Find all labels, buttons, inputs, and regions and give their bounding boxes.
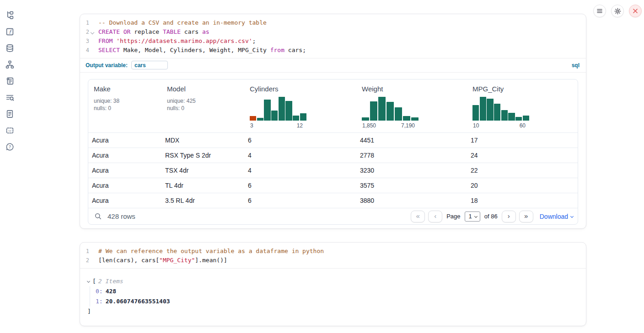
tree-entry: 0:428 xyxy=(96,286,578,296)
snippets-icon[interactable]: ‹› xyxy=(5,125,15,135)
python-cell: 1# We can reference the output variable … xyxy=(80,242,586,326)
table-cell: RSX Type S 2dr xyxy=(161,152,244,159)
close-icon[interactable] xyxy=(629,5,642,17)
gear-icon[interactable] xyxy=(611,5,624,17)
documentation-icon[interactable] xyxy=(5,109,15,119)
table-cell: 3.5 RL 4dr xyxy=(161,197,244,204)
hist-bar xyxy=(480,97,486,121)
svg-text:f: f xyxy=(9,28,12,35)
column-header[interactable]: Makeunique: 38nulls: 0 xyxy=(88,85,161,129)
dependency-graph-icon[interactable] xyxy=(5,59,15,69)
total-pages-label: of 86 xyxy=(484,213,498,220)
hist-bar xyxy=(501,110,508,121)
last-page-button[interactable]: » xyxy=(519,211,533,222)
hist-axis-labels: 1060 xyxy=(472,121,529,129)
column-histogram[interactable] xyxy=(472,97,529,121)
table-cell: Acura xyxy=(88,167,161,174)
first-page-button[interactable]: « xyxy=(411,211,425,222)
output-variable-input[interactable] xyxy=(131,61,168,69)
line-number: 1 xyxy=(80,247,89,256)
fold-gutter xyxy=(89,18,95,27)
code-line: 3FROM 'https://datasets.marimo.app/cars.… xyxy=(80,37,586,46)
code-text: CREATE OR replace TABLE cars as xyxy=(98,27,209,37)
prev-page-button[interactable]: ‹ xyxy=(428,211,442,222)
download-label: Download xyxy=(540,213,568,220)
table-cell: MDX xyxy=(161,137,244,144)
table-cell: 3880 xyxy=(356,197,467,204)
file-explorer-icon[interactable] xyxy=(5,10,15,20)
table-cell: 4 xyxy=(244,152,356,159)
table-row[interactable]: AcuraMDX6445117 xyxy=(88,132,578,148)
search-icon[interactable] xyxy=(94,212,102,220)
items-count-label: 2 Items xyxy=(98,276,123,286)
fold-gutter xyxy=(89,256,95,265)
hist-bar xyxy=(494,104,500,121)
hist-bar xyxy=(300,113,306,121)
table-row[interactable]: Acura3.5 RL 4dr6388018 xyxy=(88,193,578,208)
language-badge: sql xyxy=(572,62,580,69)
collapse-chevron-icon[interactable] xyxy=(87,279,90,282)
column-header[interactable]: Modelunique: 425nulls: 0 xyxy=(161,85,244,129)
hist-bar xyxy=(264,100,270,121)
row-count: 428 rows xyxy=(107,212,135,220)
code-line: 1-- Download a CSV and create an in-memo… xyxy=(80,18,586,27)
fold-gutter xyxy=(89,37,95,46)
python-output: [ 2 Items 0:4281:20.060747663551403 ] xyxy=(80,268,586,326)
column-header[interactable]: Weight1,8507,190 xyxy=(356,85,467,129)
table-cell: TL 4dr xyxy=(161,182,244,189)
next-page-button[interactable]: › xyxy=(502,211,516,222)
column-header[interactable]: MPG_City1060 xyxy=(467,85,578,129)
hamburger-menu-icon[interactable] xyxy=(593,5,606,17)
code-text: # We can reference the output variable a… xyxy=(98,247,324,256)
table-row[interactable]: AcuraRSX Type S 2dr4277824 xyxy=(88,148,578,163)
column-label: Weight xyxy=(362,85,467,93)
hist-bar xyxy=(487,99,493,121)
table-row[interactable]: AcuraTSX 4dr4323022 xyxy=(88,163,578,178)
hist-bar xyxy=(293,116,299,121)
sql-output: Makeunique: 38nulls: 0Modelunique: 425nu… xyxy=(80,73,586,228)
tree-entry: 1:20.060747663551403 xyxy=(96,296,578,307)
table-row[interactable]: AcuraTL 4dr6357520 xyxy=(88,178,578,193)
page-select-value: 1 xyxy=(469,213,472,220)
page-select[interactable]: 1 xyxy=(465,211,480,222)
line-number: 1 xyxy=(80,18,89,27)
logs-icon[interactable] xyxy=(5,92,15,102)
sql-code-editor[interactable]: 1-- Download a CSV and create an in-memo… xyxy=(80,14,586,58)
table-cell: 3575 xyxy=(356,182,467,189)
column-header[interactable]: Cylinders312 xyxy=(244,85,356,129)
code-line: 2[len(cars), cars["MPG_City"].mean()] xyxy=(80,256,586,265)
column-histogram[interactable] xyxy=(362,97,419,121)
python-code-editor[interactable]: 1# We can reference the output variable … xyxy=(80,243,586,268)
notebook-area: 1-- Download a CSV and create an in-memo… xyxy=(80,0,586,326)
chevron-down-icon xyxy=(570,215,574,218)
table-cell: 4451 xyxy=(356,137,467,144)
svg-text:‹›: ‹› xyxy=(8,128,11,132)
column-histogram[interactable] xyxy=(250,97,306,121)
table-cell: TSX 4dr xyxy=(161,167,244,174)
table-cell: 22 xyxy=(467,167,578,174)
column-label: Make xyxy=(94,85,161,93)
fold-gutter xyxy=(89,27,95,37)
top-right-controls xyxy=(593,5,642,17)
fold-gutter xyxy=(89,247,95,256)
hist-bar xyxy=(279,97,285,121)
datasources-icon[interactable] xyxy=(5,43,15,53)
chevron-down-icon xyxy=(474,215,478,218)
open-bracket: [ xyxy=(92,276,96,286)
fold-gutter xyxy=(89,46,95,55)
code-line: 2CREATE OR replace TABLE cars as xyxy=(80,27,586,37)
hist-bar xyxy=(250,116,256,121)
close-bracket: ] xyxy=(87,307,578,317)
help-icon[interactable]: ? xyxy=(5,142,15,152)
line-number: 2 xyxy=(80,27,89,37)
table-cell: 17 xyxy=(467,137,578,144)
download-button[interactable]: Download xyxy=(540,213,573,220)
table-cell: Acura xyxy=(88,152,161,159)
variables-icon[interactable]: f xyxy=(5,26,15,37)
hist-bar xyxy=(386,102,394,121)
fold-chevron-icon[interactable] xyxy=(91,31,94,34)
svg-text:?: ? xyxy=(8,144,11,149)
hist-bar xyxy=(285,101,292,121)
table-cell: 6 xyxy=(244,137,356,144)
scratchpad-icon[interactable] xyxy=(5,76,15,86)
